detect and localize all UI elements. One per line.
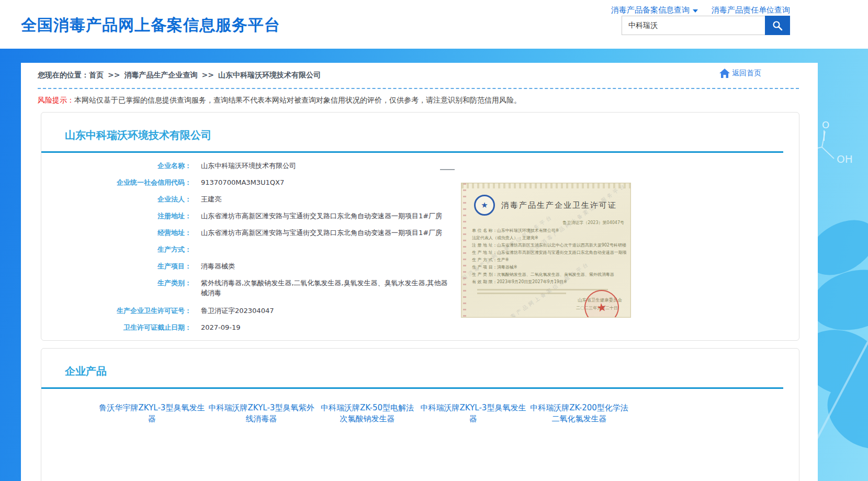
- field-row-credit-code: 企业统一社会信用代码： 91370700MA3M3U1QX7: [41, 178, 799, 186]
- field-row-legal-person: 企业法人： 王建亮: [41, 195, 799, 203]
- breadcrumb-separator: >>: [201, 71, 213, 79]
- field-value: 山东中科瑞沃环境技术有限公司: [201, 162, 296, 170]
- products-title: 企业产品: [41, 349, 799, 378]
- risk-warning: 风险提示：本网站仅基于已掌握的信息提供查询服务，查询结果不代表本网站对被查询对象…: [38, 96, 799, 105]
- cert-header: ★ 消毒产品生产企业卫生许可证: [474, 195, 617, 216]
- product-link[interactable]: 中科瑞沃牌ZK-50型电解法次氯酸钠发生器: [317, 402, 418, 424]
- field-row-production-project: 生产项目： 消毒器械类: [41, 262, 799, 270]
- dashed-divider: [38, 88, 799, 89]
- product-link[interactable]: 中科瑞沃牌ZKYL-3型臭氧发生器: [420, 402, 527, 424]
- field-label: 注册地址：: [41, 212, 191, 220]
- main-container: 您现在的位置：首页>>消毒产品生产企业查询>>山东中科瑞沃环境技术有限公司 返回…: [21, 63, 818, 481]
- chevron-down-icon: [693, 9, 698, 13]
- field-row-production-category: 生产类别： 紫外线消毒器,次氯酸钠发生器,二氧化氯发生器,臭氧发生器、臭氧水发生…: [41, 279, 799, 298]
- field-value: 鲁卫消证字202304047: [201, 307, 274, 315]
- field-value: 山东省潍坊市高新区潍安路与宝通街交叉路口东北角自动变速器一期项目1#厂房: [201, 229, 442, 237]
- search-input[interactable]: [622, 16, 765, 35]
- svg-text:O: O: [822, 119, 829, 130]
- search-button[interactable]: [765, 16, 790, 35]
- product-list: 鲁沃华宇牌ZKYL-3型臭氧发生器 中科瑞沃牌ZKYL-3型臭氧紫外线消毒器 中…: [97, 402, 746, 432]
- field-value: 王建亮: [201, 195, 221, 203]
- page-header: 全国消毒产品网上备案信息服务平台 消毒产品备案信息查询 消毒产品责任单位查询: [0, 0, 868, 49]
- field-row-license-expiry: 卫生许可证截止日期： 2027-09-19: [41, 323, 799, 331]
- back-home-label: 返回首页: [732, 69, 761, 78]
- search-icon: [772, 20, 783, 31]
- cert-line: 有 效 期 限：2023年9月20日至2027年9月19日※: [472, 278, 626, 286]
- nav-responsible-unit-query-label: 消毒产品责任单位查询: [712, 5, 790, 15]
- field-row-production-method: 生产方式：: [41, 245, 799, 253]
- cert-line: 生 产 类 别：次氯酸钠发生器、二氧化氯发生器、臭氧发生器、紫外线消毒器: [472, 271, 626, 278]
- field-value: 91370700MA3M3U1QX7: [201, 178, 284, 186]
- breadcrumb-prefix: 您现在的位置：: [38, 71, 89, 79]
- company-title: 山东中科瑞沃环境技术有限公司: [41, 113, 799, 142]
- breadcrumb-home-link[interactable]: 首页: [89, 71, 104, 79]
- breadcrumb-level2-link[interactable]: 消毒产品生产企业查询: [124, 71, 197, 79]
- field-label: 经营地址：: [41, 229, 191, 237]
- risk-warning-text: 本网站仅基于已掌握的信息提供查询服务，查询结果不代表本网站对被查询对象信用状况的…: [74, 96, 521, 104]
- product-link[interactable]: 鲁沃华宇牌ZKYL-3型臭氧发生器: [98, 402, 206, 424]
- field-value: 山东省潍坊市高新区潍安路与宝通街交叉路口东北角自动变速器一期项目1#厂房: [201, 212, 442, 220]
- field-label: 企业法人：: [41, 195, 191, 203]
- field-label: 卫生许可证截止日期：: [41, 323, 191, 331]
- field-label: 生产项目：: [41, 262, 191, 270]
- nav-record-info-query-label: 消毒产品备案信息查询: [611, 5, 690, 15]
- site-title: 全国消毒产品网上备案信息服务平台: [21, 15, 280, 36]
- cert-body: 单 位 名 称：山东中科瑞沃环境技术有限公司※ 法定代表人（或负责人）：王建亮※…: [472, 227, 626, 286]
- cert-line: 注 册 地 址：山东省潍坊高新区玉清东街以北中心次干道以西高新大厦902号科研楼: [472, 242, 626, 249]
- field-label: 企业统一社会信用代码：: [41, 178, 191, 186]
- cert-line: 生 产 地 址：山东省潍坊市高新区潍安路与宝通街交叉路口东北角自动变速器一期项目…: [472, 249, 626, 256]
- breadcrumb-row: 您现在的位置：首页>>消毒产品生产企业查询>>山东中科瑞沃环境技术有限公司 返回…: [21, 63, 818, 87]
- cert-perforation: [463, 183, 466, 317]
- company-info-card: 山东中科瑞沃环境技术有限公司 企业名称： 山东中科瑞沃环境技术有限公司 企业统一…: [41, 112, 799, 341]
- field-value: 紫外线消毒器,次氯酸钠发生器,二氧化氯发生器,臭氧发生器、臭氧水发生器,其他器械…: [201, 278, 452, 298]
- cert-line: 法定代表人（或负责人）：王建亮※: [472, 234, 626, 242]
- nav-record-info-query[interactable]: 消毒产品备案信息查询: [611, 5, 698, 15]
- cert-number: 鲁卫消证字（2023）第04047号: [562, 220, 624, 226]
- field-row-registered-address: 注册地址： 山东省潍坊市高新区潍安路与宝通街交叉路口东北角自动变速器一期项目1#…: [41, 212, 799, 220]
- field-row-license-number: 生产企业卫生许可证号： 鲁卫消证字202304047: [41, 307, 799, 315]
- field-row-business-address: 经营地址： 山东省潍坊市高新区潍安路与宝通街交叉路口东北角自动变速器一期项目1#…: [41, 229, 799, 237]
- company-fields: 企业名称： 山东中科瑞沃环境技术有限公司 企业统一社会信用代码： 9137070…: [41, 162, 799, 331]
- cert-separator-dash: [440, 169, 455, 170]
- cert-title: 消毒产品生产企业卫生许可证: [501, 200, 617, 210]
- product-link[interactable]: 中科瑞沃牌ZK-200型化学法二氧化氯发生器: [529, 402, 629, 424]
- home-icon: [719, 68, 730, 79]
- cert-line: 生 产 方 式：生产※: [472, 256, 626, 264]
- cert-line: 生 产 项 目：消毒器械※: [472, 264, 626, 271]
- svg-text:OH: OH: [837, 153, 853, 165]
- product-link[interactable]: 中科瑞沃牌ZKYL-3型臭氧紫外线消毒器: [208, 402, 315, 424]
- national-emblem-icon: ★: [474, 195, 495, 216]
- cert-line: 单 位 名 称：山东中科瑞沃环境技术有限公司※: [472, 227, 626, 234]
- nav-responsible-unit-query[interactable]: 消毒产品责任单位查询: [712, 5, 790, 15]
- back-home-link[interactable]: 返回首页: [719, 68, 761, 79]
- title-underline: [41, 387, 783, 389]
- breadcrumb: 您现在的位置：首页>>消毒产品生产企业查询>>山东中科瑞沃环境技术有限公司: [38, 71, 321, 80]
- field-label: 生产企业卫生许可证号：: [41, 307, 191, 315]
- hygiene-license-certificate-image: 全国消毒产品网上备案信息服务平台 全国消毒产品网上备案信息服务平台 全国消毒产品…: [461, 183, 631, 318]
- field-value: 2027-09-19: [201, 323, 241, 331]
- cert-border-ornament: [461, 183, 630, 188]
- field-label: 企业名称：: [41, 162, 191, 170]
- breadcrumb-separator: >>: [108, 71, 120, 79]
- field-label: 生产类别：: [41, 279, 191, 298]
- field-row-name: 企业名称： 山东中科瑞沃环境技术有限公司: [41, 162, 799, 170]
- field-value: 消毒器械类: [201, 262, 235, 270]
- field-label: 生产方式：: [41, 245, 191, 253]
- breadcrumb-current: 山东中科瑞沃环境技术有限公司: [218, 71, 321, 79]
- search-bar: [622, 16, 790, 35]
- title-underline: [41, 151, 783, 153]
- risk-warning-label: 风险提示：: [38, 96, 74, 104]
- top-nav: 消毒产品备案信息查询 消毒产品责任单位查询: [611, 5, 790, 15]
- company-products-card: 企业产品 鲁沃华宇牌ZKYL-3型臭氧发生器 中科瑞沃牌ZKYL-3型臭氧紫外线…: [41, 348, 799, 481]
